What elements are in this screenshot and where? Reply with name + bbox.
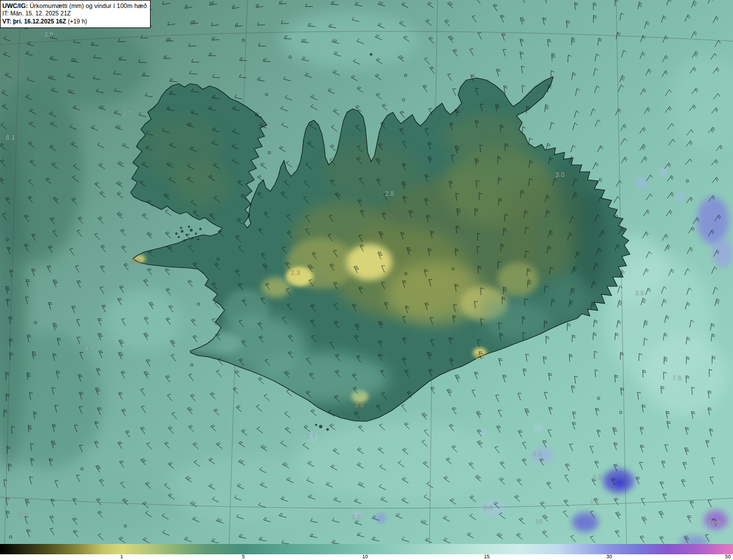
colorbar-labels: 1510153050	[0, 554, 733, 560]
colorbar: 1510153050	[0, 544, 733, 560]
valid-time-line: VT: þri. 16.12.2025 16Z (+19 h)	[2, 18, 147, 26]
init-time: IT: Mán. 15. 12. 2025 21Z	[2, 10, 147, 18]
colorbar-tick-label: 50	[725, 554, 731, 559]
valid-time: VT: þri. 16.12.2025 16Z	[2, 18, 66, 25]
source-label: UWC/IG:	[2, 2, 28, 9]
map-title: Úrkomumætti (mm) og vindur í 100m hæð	[28, 2, 147, 9]
map-title-line: UWC/IG: Úrkomumætti (mm) og vindur í 100…	[2, 2, 147, 10]
title-legend-box: UWC/IG: Úrkomumætti (mm) og vindur í 100…	[0, 0, 151, 28]
colorbar-tick-label: 15	[484, 554, 490, 559]
colorbar-tick-label: 10	[362, 554, 368, 559]
map-area: 3.98.13.72.83.02.82.34.42.93.03.57.62.72…	[0, 0, 733, 544]
colorbar-tick-label: 30	[606, 554, 612, 559]
colorbar-tick-label: 5	[242, 554, 245, 559]
weather-map-canvas	[0, 0, 733, 544]
colorbar-tick-label: 1	[120, 554, 123, 559]
colorbar-gradient	[0, 544, 733, 554]
valid-offset: (+19 h)	[66, 18, 86, 25]
precipitation-wind-forecast-map: 3.98.13.72.83.02.82.34.42.93.03.57.62.72…	[0, 0, 733, 560]
